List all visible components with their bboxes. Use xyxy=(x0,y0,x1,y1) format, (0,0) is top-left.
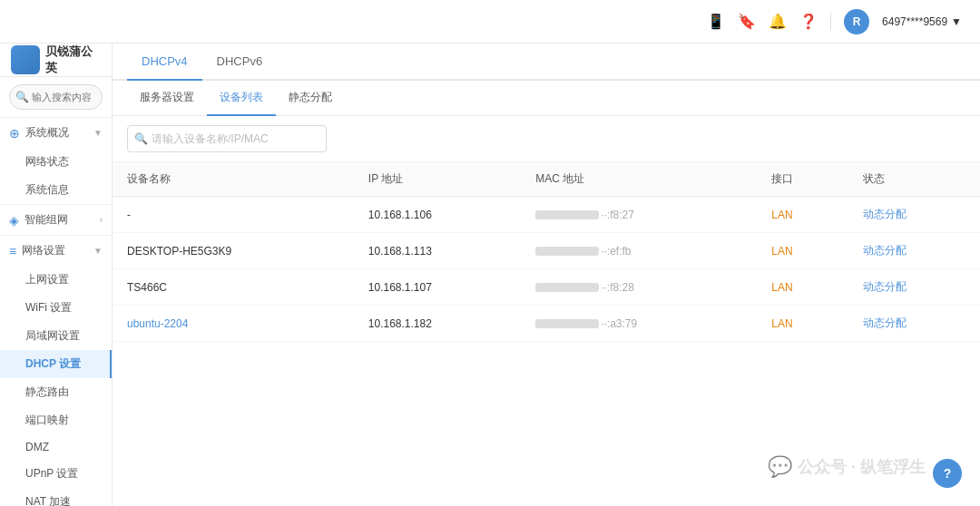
sidebar-item-network-status[interactable]: 网络状态 xyxy=(0,148,112,176)
chevron-right-icon: › xyxy=(100,215,103,225)
cell-mac: ··:ef:fb xyxy=(521,233,757,269)
cell-status: 动态分配 xyxy=(848,306,980,342)
divider xyxy=(830,13,831,31)
cell-interface: LAN xyxy=(757,306,848,342)
table-row: -10.168.1.106··:f8:27LAN动态分配 xyxy=(113,197,980,233)
system-icon: ⊕ xyxy=(9,126,20,141)
sidebar: 贝锐蒲公英 🔍 ⊕ 系统概况 ▼ 网络状态 系统信息 ◈ 智能组网 › xyxy=(0,44,113,506)
mac-blurred xyxy=(535,247,599,256)
sub-tab-static-assign[interactable]: 静态分配 xyxy=(276,81,345,116)
cell-ip: 10.168.1.113 xyxy=(354,233,521,269)
filter-search-icon: 🔍 xyxy=(134,132,148,145)
mac-blurred xyxy=(535,319,599,328)
filter-input[interactable] xyxy=(127,125,327,152)
sub-tab-device-list[interactable]: 设备列表 xyxy=(207,81,276,116)
col-header-name: 设备名称 xyxy=(113,162,354,197)
sidebar-section-system: ⊕ 系统概况 ▼ 网络状态 系统信息 xyxy=(0,118,112,205)
sidebar-item-dmz[interactable]: DMZ xyxy=(0,434,112,460)
netconfig-icon: ≡ xyxy=(9,244,16,258)
cell-status: 动态分配 xyxy=(848,269,980,306)
table-row: TS466C10.168.1.107··:f8:28LAN动态分配 xyxy=(113,269,980,306)
cell-ip: 10.168.1.106 xyxy=(354,197,521,233)
sidebar-group-system[interactable]: ⊕ 系统概况 ▼ xyxy=(0,118,112,148)
bookmark-icon[interactable]: 🔖 xyxy=(738,13,756,30)
sidebar-item-wifi[interactable]: WiFi 设置 xyxy=(0,294,112,322)
sidebar-group-smartnet[interactable]: ◈ 智能组网 › xyxy=(0,205,112,235)
cell-interface: LAN xyxy=(757,197,848,233)
help-circle-icon[interactable]: ❓ xyxy=(799,13,818,30)
filter-bar: 🔍 xyxy=(113,116,980,162)
cell-status: 动态分配 xyxy=(848,233,980,269)
user-info[interactable]: 6497****9569 ▼ xyxy=(882,15,962,28)
mac-blurred xyxy=(535,283,599,292)
cell-device-name: DESKTOP-HE5G3K9 xyxy=(113,233,354,269)
dropdown-arrow-icon: ▼ xyxy=(951,15,962,28)
search-icon: 🔍 xyxy=(15,91,29,103)
cell-status: 动态分配 xyxy=(848,197,980,233)
cell-device-name: - xyxy=(113,197,354,233)
sidebar-section-smartnet: ◈ 智能组网 › xyxy=(0,205,112,236)
cell-interface: LAN xyxy=(757,269,848,306)
cell-mac: ··:f8:27 xyxy=(521,197,757,233)
sidebar-item-nat[interactable]: NAT 加速 xyxy=(0,488,112,506)
content-area: DHCPv4 DHCPv6 服务器设置 设备列表 静态分配 🔍 设备名称 IP … xyxy=(113,44,980,506)
sidebar-item-static-route[interactable]: 静态路由 xyxy=(0,378,112,406)
cell-mac: ··:f8:28 xyxy=(521,269,757,306)
sidebar-group-netconfig-label: 网络设置 xyxy=(22,243,65,258)
cell-device-name: TS466C xyxy=(113,269,354,306)
device-table-container: 设备名称 IP 地址 MAC 地址 接口 状态 -10.168.1.106··:… xyxy=(113,162,980,506)
main-layout: 贝锐蒲公英 🔍 ⊕ 系统概况 ▼ 网络状态 系统信息 ◈ 智能组网 › xyxy=(0,44,980,506)
cell-ip: 10.168.1.182 xyxy=(354,306,521,342)
chevron-down-icon-2: ▼ xyxy=(93,246,103,256)
sidebar-group-smartnet-label: 智能组网 xyxy=(24,212,68,228)
col-header-interface: 接口 xyxy=(757,162,848,197)
sidebar-search-section: 🔍 xyxy=(0,77,112,118)
sidebar-logo: 贝锐蒲公英 xyxy=(0,44,112,77)
cell-interface: LAN xyxy=(757,233,848,269)
sidebar-item-upnp[interactable]: UPnP 设置 xyxy=(0,460,112,488)
sub-tab-server-settings[interactable]: 服务器设置 xyxy=(127,81,207,116)
logo-icon xyxy=(11,45,40,74)
sidebar-item-system-info[interactable]: 系统信息 xyxy=(0,176,112,204)
bell-icon[interactable]: 🔔 xyxy=(769,13,787,30)
sidebar-item-dhcp[interactable]: DHCP 设置 xyxy=(0,350,112,378)
sidebar-group-netconfig[interactable]: ≡ 网络设置 ▼ xyxy=(0,236,112,266)
sub-tabs: 服务器设置 设备列表 静态分配 xyxy=(113,81,980,116)
smartnet-icon: ◈ xyxy=(9,213,19,228)
mobile-icon[interactable]: 📱 xyxy=(707,13,725,30)
col-header-status: 状态 xyxy=(848,162,980,197)
table-row: ubuntu-220410.168.1.182··:a3:79LAN动态分配 xyxy=(113,306,980,342)
tab-dhcpv4[interactable]: DHCPv4 xyxy=(127,44,202,81)
top-header: 📱 🔖 🔔 ❓ R 6497****9569 ▼ xyxy=(0,0,980,44)
sidebar-group-system-label: 系统概况 xyxy=(25,125,69,141)
help-button[interactable]: ? xyxy=(933,459,962,488)
table-row: DESKTOP-HE5G3K910.168.1.113··:ef:fbLAN动态… xyxy=(113,233,980,269)
sidebar-item-port-map[interactable]: 端口映射 xyxy=(0,406,112,434)
mac-blurred xyxy=(535,210,599,219)
col-header-mac: MAC 地址 xyxy=(521,162,757,197)
cell-mac: ··:a3:79 xyxy=(521,306,757,342)
device-table: 设备名称 IP 地址 MAC 地址 接口 状态 -10.168.1.106··:… xyxy=(113,162,980,342)
sidebar-item-lan[interactable]: 局域网设置 xyxy=(0,322,112,350)
sidebar-item-internet[interactable]: 上网设置 xyxy=(0,266,112,294)
cell-device-name[interactable]: ubuntu-2204 xyxy=(113,306,354,342)
user-id-label: 6497****9569 xyxy=(882,15,947,28)
logo-text: 贝锐蒲公英 xyxy=(45,44,101,76)
cell-ip: 10.168.1.107 xyxy=(354,269,521,306)
chevron-down-icon: ▼ xyxy=(93,128,103,138)
tab-dhcpv6[interactable]: DHCPv6 xyxy=(202,44,278,81)
user-avatar: R xyxy=(844,9,869,34)
col-header-ip: IP 地址 xyxy=(354,162,521,197)
page-tabs: DHCPv4 DHCPv6 xyxy=(113,44,980,81)
sidebar-section-netconfig: ≡ 网络设置 ▼ 上网设置 WiFi 设置 局域网设置 DHCP 设置 静态路由… xyxy=(0,236,112,506)
